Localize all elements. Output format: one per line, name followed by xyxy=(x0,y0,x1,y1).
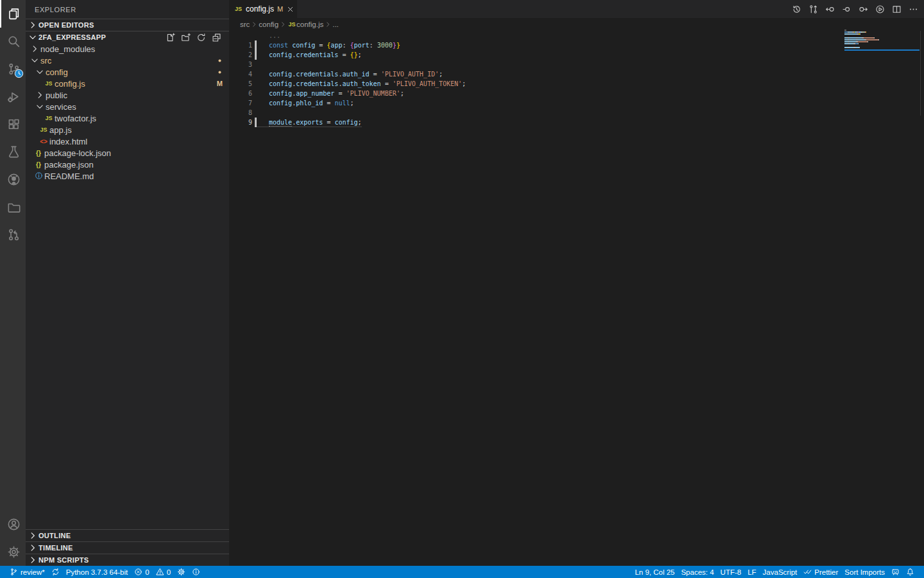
tab-modified-badge: M xyxy=(277,5,283,13)
breadcrumb-item--[interactable]: ... xyxy=(332,21,339,28)
minimap[interactable] xyxy=(844,29,920,51)
code-line-1[interactable]: 1const config = {app: {port: 3000}} xyxy=(229,40,924,50)
tree-file-package-json[interactable]: {}package.json xyxy=(26,159,229,170)
tree-item-label: public xyxy=(46,91,67,100)
code-line-4[interactable]: 4config.credentials.auth_id = 'PLIVO_AUT… xyxy=(229,69,924,79)
new-folder-icon[interactable] xyxy=(181,33,191,42)
status-python-gear[interactable] xyxy=(174,566,189,578)
status-errors[interactable]: 0 xyxy=(131,566,152,578)
error-icon xyxy=(134,568,142,576)
status-language-mode[interactable]: JavaScript xyxy=(760,566,801,578)
tree-folder-config[interactable]: config xyxy=(26,66,229,78)
code-line-2[interactable]: 2config.credentials = {}; xyxy=(229,50,924,60)
tree-file-index-html[interactable]: <>index.html xyxy=(26,136,229,147)
status-notifications[interactable] xyxy=(903,566,918,578)
status-python-info[interactable] xyxy=(189,566,203,578)
new-file-icon[interactable] xyxy=(166,33,175,42)
chevron-right-icon xyxy=(28,555,38,565)
next-change-icon[interactable] xyxy=(859,4,868,14)
scrollbar[interactable] xyxy=(920,31,921,116)
code-line-9[interactable]: 9module.exports = config; xyxy=(229,118,924,127)
close-icon[interactable] xyxy=(286,5,295,13)
status-eol[interactable]: LF xyxy=(744,566,759,578)
activity-search[interactable] xyxy=(0,28,26,55)
refresh-explorer-icon[interactable] xyxy=(196,33,206,42)
breadcrumb-item-src[interactable]: src xyxy=(240,21,250,28)
status-formatter[interactable]: Prettier xyxy=(800,566,841,578)
line-number: 7 xyxy=(229,98,252,108)
activity-extensions[interactable] xyxy=(0,110,26,138)
folded-region-row[interactable]: ... xyxy=(229,31,924,40)
status-cursor-position[interactable]: Ln 9, Col 25 xyxy=(631,566,678,578)
run-file-icon[interactable] xyxy=(875,4,885,14)
collapse-folders-icon[interactable] xyxy=(212,33,221,42)
breadcrumb-item-config-js[interactable]: JSconfig.js xyxy=(287,21,323,28)
chevron-right-icon xyxy=(250,21,258,28)
split-editor-icon[interactable] xyxy=(892,4,902,14)
chevron-down-icon xyxy=(28,32,38,42)
previous-change-icon[interactable] xyxy=(825,4,835,14)
activity-testing[interactable] xyxy=(0,138,26,166)
activity-run-and-debug[interactable] xyxy=(0,83,26,110)
status-indentation[interactable]: Spaces: 4 xyxy=(678,566,717,578)
tree-item-label: package-lock.json xyxy=(44,148,111,158)
code-editor[interactable]: ...1const config = {app: {port: 3000}}2c… xyxy=(229,31,924,566)
activity-github[interactable] xyxy=(0,166,26,193)
sync-icon xyxy=(51,568,60,576)
project-root-row[interactable]: 2FA_EXPRESSAPP xyxy=(26,31,229,43)
section-outline[interactable]: OUTLINE xyxy=(26,529,229,541)
status-encoding[interactable]: UTF-8 xyxy=(717,566,745,578)
tab-config-js[interactable]: JS config.js M xyxy=(229,0,297,18)
tree-folder-node-modules[interactable]: node_modules xyxy=(26,43,229,55)
breadcrumb-item-config[interactable]: config xyxy=(259,21,278,28)
activity-explorer[interactable] xyxy=(0,0,26,28)
info-circle-icon xyxy=(192,568,200,576)
double-check-icon xyxy=(803,568,812,576)
activity-source-control[interactable] xyxy=(0,55,26,83)
section-npm-scripts[interactable]: NPM SCRIPTS xyxy=(26,554,229,566)
tree-file-app-js[interactable]: JSapp.js xyxy=(26,124,229,136)
tree-folder-public[interactable]: public xyxy=(26,89,229,101)
code-line-7[interactable]: 7config.phlo_id = null; xyxy=(229,98,924,108)
code-text: config.phlo_id = null; xyxy=(257,98,354,108)
settings-icon xyxy=(177,568,185,576)
section-timeline[interactable]: TIMELINE xyxy=(26,541,229,554)
tree-item-label: README.md xyxy=(44,171,94,181)
status-python-interpreter[interactable]: Python 3.7.3 64-bit xyxy=(63,566,132,578)
activity-manage[interactable] xyxy=(0,538,26,566)
tree-folder-src[interactable]: src xyxy=(26,55,229,66)
tree-file-config-js[interactable]: JSconfig.jsM xyxy=(26,78,229,89)
tree-file-twofactor-js[interactable]: JStwofactor.js xyxy=(26,112,229,124)
status-git-branch[interactable]: review* xyxy=(6,566,48,578)
status-sync-changes[interactable] xyxy=(48,566,63,578)
activity-bar-top xyxy=(0,0,26,249)
open-timeline-icon[interactable] xyxy=(792,4,801,14)
status-feedback[interactable] xyxy=(888,566,903,578)
compare-changes-icon[interactable] xyxy=(809,4,818,14)
code-line-5[interactable]: 5config.credentials.auth_token = 'PLIVO_… xyxy=(229,79,924,89)
status-python-interpreter-label: Python 3.7.3 64-bit xyxy=(66,568,128,576)
activity-github-pull-requests[interactable] xyxy=(0,221,26,249)
activity-bar-bottom xyxy=(0,511,26,566)
code-line-3[interactable]: 3 xyxy=(229,60,924,69)
breadcrumb: srcconfigJSconfig.js... xyxy=(229,18,924,31)
editor-actions xyxy=(792,0,918,18)
open-change-icon[interactable] xyxy=(842,4,851,14)
activity-accounts[interactable] xyxy=(0,511,26,538)
code-line-8[interactable]: 8 xyxy=(229,108,924,118)
tree-folder-services[interactable]: services xyxy=(26,101,229,112)
info-file-icon xyxy=(33,171,44,181)
open-editors-section[interactable]: OPEN EDITORS xyxy=(26,19,229,31)
status-sort-imports-label: Sort Imports xyxy=(844,568,885,576)
status-sort-imports[interactable]: Sort Imports xyxy=(841,566,888,578)
tree-file-package-lock-json[interactable]: {}package-lock.json xyxy=(26,147,229,159)
more-actions-icon[interactable] xyxy=(909,4,918,14)
tree-file-readme-md[interactable]: README.md xyxy=(26,170,229,182)
line-number: 2 xyxy=(229,50,252,60)
status-warnings[interactable]: 0 xyxy=(153,566,174,578)
line-number xyxy=(229,31,252,40)
activity-remote-explorer[interactable] xyxy=(0,193,26,221)
code-line-6[interactable]: 6config.app_number = 'PLIVO_NUMBER'; xyxy=(229,89,924,98)
code-lines: ...1const config = {app: {port: 3000}}2c… xyxy=(229,31,924,127)
tree-item-label: services xyxy=(46,102,76,112)
